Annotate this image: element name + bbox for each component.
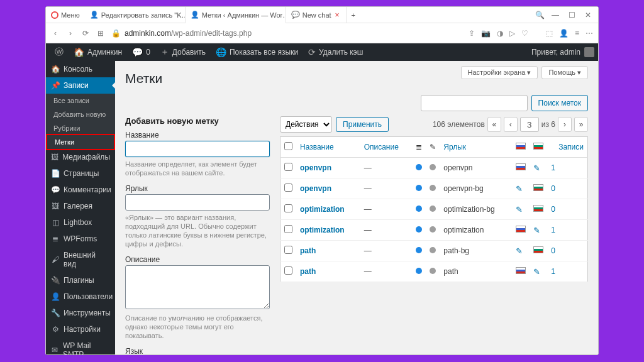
first-page[interactable]: « (487, 117, 501, 132)
sidebar-sub-Все записи[interactable]: Все записи (46, 94, 115, 107)
easy-setup-icon[interactable]: ⋯ (586, 29, 593, 38)
tag-count[interactable]: 1 (547, 220, 587, 241)
sidebar-item-Страницы[interactable]: 📄Страницы (46, 165, 115, 182)
sidebar-item-Настройки[interactable]: ⚙Настройки (46, 321, 115, 337)
tag-name-link[interactable]: optimization (300, 226, 345, 234)
row-checkbox[interactable] (284, 163, 292, 171)
pencil-icon[interactable]: ✎ (516, 184, 523, 194)
sidebar-item-Записи[interactable]: 📌Записи (46, 77, 115, 94)
readability-dot-icon (416, 247, 422, 253)
maximize-icon[interactable]: ☐ (568, 11, 575, 19)
sidebar-item-WP Mail SMTP[interactable]: ✉WP Mail SMTP (46, 337, 115, 354)
greeting[interactable]: Привет, admin (531, 48, 580, 57)
desc-field[interactable] (125, 265, 270, 309)
tag-count[interactable]: 1 (547, 261, 587, 282)
col-slug[interactable]: Ярлык (440, 137, 512, 158)
seo-dot-icon (430, 164, 436, 170)
sidebar-sub-Метки[interactable]: Метки (47, 135, 114, 149)
sidebar-item-WPForms[interactable]: ≣WPForms (46, 231, 115, 247)
tag-count[interactable]: 0 (547, 199, 587, 220)
wp-logo[interactable]: ⓦ (50, 47, 69, 58)
pencil-icon[interactable]: ✎ (533, 163, 540, 173)
forward-icon[interactable]: › (66, 29, 75, 38)
tag-name-link[interactable]: optimization (300, 205, 345, 214)
tag-name-link[interactable]: openvpn (300, 184, 331, 193)
col-desc[interactable]: Описание (360, 137, 413, 158)
help-tab[interactable]: Помощь ▾ (541, 66, 588, 79)
sidebar-sub-Рубрики[interactable]: Рубрики (46, 121, 115, 135)
close-icon[interactable]: ✕ (584, 11, 592, 19)
comments-bubble[interactable]: 💬0 (127, 47, 155, 57)
row-checkbox[interactable] (284, 246, 292, 254)
tag-count[interactable]: 0 (547, 241, 587, 261)
page-number-input[interactable] (520, 117, 539, 132)
tag-name-link[interactable]: path (300, 267, 316, 276)
sidebar-item-Инструменты[interactable]: 🔧Инструменты (46, 305, 115, 321)
pencil-icon[interactable]: ✎ (516, 246, 523, 256)
browser-tab[interactable]: 👤Редактировать запись "K…× (85, 7, 186, 23)
sidebar-item-Плагины[interactable]: 🔌Плагины (46, 272, 115, 288)
sidebar-item-Пользователи[interactable]: 👤Пользователи (46, 288, 115, 305)
tag-name-link[interactable]: openvpn (300, 163, 331, 172)
show-all-langs[interactable]: 🌐Показать все языки (211, 47, 303, 57)
sidebar-toggle-icon[interactable]: ≡ (575, 29, 579, 38)
tag-count[interactable]: 0 (547, 178, 587, 199)
sidebar-item-Галерея[interactable]: 🖼Галерея (46, 198, 115, 214)
add-new[interactable]: ＋Добавить (155, 47, 211, 58)
col-posts[interactable]: Записи (547, 137, 587, 158)
play-icon[interactable]: ▷ (509, 29, 515, 38)
select-all-checkbox[interactable] (284, 142, 292, 150)
browser-tab[interactable]: 👤Метки ‹ Админкин — Wor…× (186, 7, 286, 23)
person-icon[interactable]: 👤 (559, 29, 569, 38)
prev-page[interactable]: ‹ (504, 117, 518, 132)
pencil-icon[interactable]: ✎ (533, 267, 540, 277)
back-icon[interactable]: ‹ (51, 29, 60, 38)
share-icon[interactable]: ⇪ (469, 29, 475, 38)
avatar[interactable] (584, 47, 594, 57)
sidebar-item-Медиафайлы[interactable]: 🖼Медиафайлы (46, 149, 115, 165)
readability-dot-icon (416, 268, 422, 274)
heart-icon[interactable]: ♡ (521, 29, 528, 38)
delete-cache[interactable]: ⟳Удалить кэш (303, 47, 368, 57)
col-name[interactable]: Название (296, 137, 360, 158)
search-icon[interactable]: 🔍 (535, 11, 543, 19)
pencil-icon[interactable]: ✎ (516, 205, 523, 214)
slug-help: «Ярлык» — это вариант названия, подходящ… (125, 213, 270, 249)
row-checkbox[interactable] (284, 204, 292, 212)
sidebar-item-Комментарии[interactable]: 💬Комментарии (46, 182, 115, 198)
cube-icon[interactable]: ⬚ (546, 29, 553, 38)
sidebar-item-Lightbox[interactable]: ◫Lightbox (46, 214, 115, 231)
sidebar-sub-Добавить новую[interactable]: Добавить новую (46, 107, 115, 121)
site-name[interactable]: 🏠Админкин (69, 47, 127, 57)
sidebar-item-Консоль[interactable]: 🏠Консоль (46, 61, 115, 77)
browser-tab[interactable]: 💬New chat× (286, 7, 347, 23)
last-page[interactable]: » (574, 117, 588, 132)
opera-menu[interactable]: Меню (46, 11, 85, 19)
speed-dial-icon[interactable]: ⊞ (96, 29, 105, 38)
url-field[interactable]: 🔒 adminkin.com/wp-admin/edit-tags.php (111, 29, 462, 38)
bulk-actions-select[interactable]: Действия (280, 116, 332, 133)
search-input[interactable] (421, 95, 528, 111)
row-checkbox[interactable] (284, 266, 292, 275)
row-checkbox[interactable] (284, 225, 292, 233)
row-checkbox[interactable] (284, 184, 292, 192)
camera-icon[interactable]: 📷 (481, 29, 491, 38)
search-tags-button[interactable]: Поиск меток (531, 95, 588, 111)
tab-close-icon[interactable]: × (334, 11, 341, 19)
new-tab-button[interactable]: + (347, 7, 360, 23)
next-page[interactable]: › (558, 117, 572, 132)
vpnbadge-icon[interactable]: ◑ (497, 29, 503, 38)
screen-options-tab[interactable]: Настройки экрана ▾ (461, 66, 538, 79)
tag-count[interactable]: 1 (547, 158, 587, 178)
tag-name-link[interactable]: path (300, 246, 316, 255)
reload-icon[interactable]: ⟳ (81, 29, 90, 38)
name-field[interactable] (125, 141, 270, 157)
table-row: path—path✎1 (280, 261, 588, 282)
apply-button[interactable]: Применить (336, 117, 389, 132)
sidebar-item-label: Комментарии (64, 185, 111, 194)
tag-desc: — (360, 158, 413, 178)
slug-field[interactable] (125, 194, 270, 211)
pencil-icon[interactable]: ✎ (533, 226, 540, 235)
minimize-icon[interactable]: — (552, 11, 559, 19)
sidebar-item-Внешний вид[interactable]: 🖌Внешний вид (46, 247, 115, 272)
